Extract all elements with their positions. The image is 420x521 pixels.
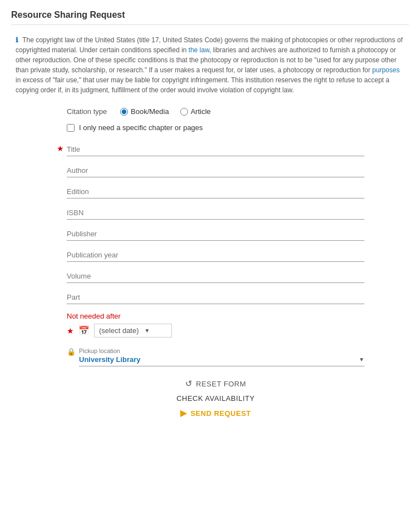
calendar-icon: 📅 [78, 325, 90, 336]
title-field: ★ [67, 143, 364, 156]
edition-input[interactable] [67, 185, 364, 199]
reset-icon: ↺ [185, 379, 193, 389]
publication-year-input[interactable] [67, 249, 364, 262]
radio-article-input[interactable] [180, 108, 188, 116]
lock-icon: 🔒 [67, 348, 76, 356]
pickup-inner: Pickup location University Library ▼ [79, 348, 364, 366]
part-field [67, 291, 364, 304]
reset-form-button[interactable]: ↺ RESET FORM [185, 379, 246, 389]
pickup-value: University Library [79, 355, 359, 364]
pickup-row: 🔒 Pickup location University Library ▼ [67, 348, 364, 366]
isbn-input[interactable] [67, 206, 364, 220]
date-chevron-icon: ▼ [145, 328, 150, 334]
radio-book-media[interactable]: Book/Media [120, 107, 169, 116]
radio-article-label: Article [191, 107, 211, 116]
copyright-text: The copyright law of the United States (… [16, 36, 403, 94]
send-icon: ▶ [180, 408, 187, 418]
title-required-star: ★ [57, 144, 64, 153]
page-container: Resource Sharing Request ℹ The copyright… [0, 0, 420, 435]
reset-form-label: RESET FORM [196, 380, 246, 388]
publication-year-field [67, 249, 364, 262]
info-icon: ℹ [16, 36, 18, 44]
check-availability-button[interactable]: CHECK AVAILABILITY [176, 394, 255, 403]
check-availability-label: CHECK AVAILABILITY [176, 394, 255, 403]
citation-type-row: Citation type Book/Media Article [67, 107, 364, 116]
radio-book-media-label: Book/Media [131, 107, 169, 116]
part-input[interactable] [67, 291, 364, 304]
isbn-field [67, 206, 364, 220]
date-placeholder: (select date) [99, 326, 139, 335]
date-row: ★ 📅 (select date) ▼ [67, 324, 364, 338]
pickup-value-row[interactable]: University Library ▼ [79, 355, 364, 366]
date-select-button[interactable]: (select date) ▼ [94, 324, 172, 338]
title-input[interactable] [67, 143, 364, 156]
not-needed-label: Not needed after [67, 312, 364, 320]
send-request-label: SEND REQUEST [190, 409, 251, 418]
chapter-checkbox-row: I only need a specific chapter or pages [67, 123, 364, 132]
publisher-input[interactable] [67, 227, 364, 241]
send-request-button[interactable]: ▶ SEND REQUEST [180, 408, 251, 418]
author-field [67, 164, 364, 177]
author-input[interactable] [67, 164, 364, 177]
publisher-field [67, 227, 364, 241]
pickup-location-label: Pickup location [79, 348, 364, 354]
citation-radio-group: Book/Media Article [120, 107, 211, 116]
chapter-only-label[interactable]: I only need a specific chapter or pages [79, 123, 203, 132]
buttons-section: ↺ RESET FORM CHECK AVAILABILITY ▶ SEND R… [67, 379, 364, 418]
radio-book-media-input[interactable] [120, 108, 128, 116]
page-title: Resource Sharing Request [11, 10, 409, 25]
chapter-only-checkbox[interactable] [67, 124, 75, 132]
radio-article[interactable]: Article [180, 107, 211, 116]
citation-type-label: Citation type [67, 107, 111, 116]
form-section: Citation type Book/Media Article I only … [11, 107, 409, 418]
pickup-chevron-icon: ▼ [359, 356, 364, 363]
volume-input[interactable] [67, 270, 364, 283]
date-required-star: ★ [67, 326, 74, 335]
copyright-notice: ℹ The copyright law of the United States… [11, 32, 409, 98]
volume-field [67, 270, 364, 283]
edition-field [67, 185, 364, 199]
